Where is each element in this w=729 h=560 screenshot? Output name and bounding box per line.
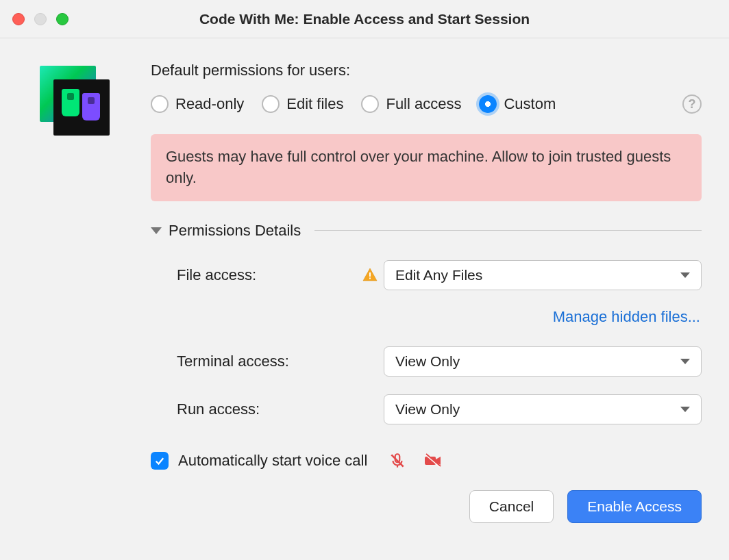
- run-access-select[interactable]: View Only: [384, 394, 702, 424]
- warning-icon: [362, 267, 384, 283]
- help-symbol: ?: [689, 97, 696, 112]
- code-with-me-icon: [40, 66, 108, 141]
- cancel-button-label: Cancel: [489, 498, 534, 515]
- details-title: Permissions Details: [169, 222, 301, 240]
- icon-column: [27, 62, 151, 523]
- run-access-label: Run access:: [177, 400, 362, 418]
- radio-icon: [151, 95, 169, 113]
- file-access-value: Edit Any Files: [395, 267, 482, 283]
- microphone-muted-icon[interactable]: [388, 452, 407, 470]
- chevron-down-icon: [680, 359, 690, 364]
- radio-icon: [361, 95, 379, 113]
- enable-access-button-label: Enable Access: [587, 498, 682, 515]
- disclosure-triangle-icon: [151, 227, 162, 234]
- enable-access-button[interactable]: Enable Access: [567, 490, 702, 523]
- chevron-down-icon: [680, 272, 690, 278]
- voice-call-label: Automatically start voice call: [178, 452, 367, 470]
- terminal-access-label: Terminal access:: [177, 353, 362, 370]
- radio-editfiles-label: Edit files: [286, 95, 343, 113]
- run-access-row: Run access: View Only: [151, 394, 702, 424]
- terminal-access-value: View Only: [395, 353, 460, 370]
- radio-icon: [262, 95, 280, 113]
- chevron-down-icon: [680, 407, 690, 412]
- close-window-button[interactable]: [12, 13, 25, 25]
- zoom-window-button[interactable]: [56, 13, 69, 25]
- terminal-access-row: Terminal access: View Only: [151, 346, 702, 377]
- radio-icon: [479, 95, 497, 113]
- radio-fullaccess-label: Full access: [386, 95, 461, 113]
- window-controls: [12, 13, 69, 25]
- main-column: Default permissions for users: Read-only…: [151, 62, 702, 523]
- voice-call-row: Automatically start voice call: [151, 452, 702, 470]
- radio-custom[interactable]: Custom: [479, 95, 556, 113]
- voice-call-checkbox[interactable]: [151, 452, 169, 470]
- details-header[interactable]: Permissions Details: [151, 222, 702, 240]
- run-access-value: View Only: [395, 401, 460, 418]
- minimize-window-button[interactable]: [34, 13, 47, 25]
- titlebar: Code With Me: Enable Access and Start Se…: [0, 0, 729, 38]
- terminal-access-select[interactable]: View Only: [384, 346, 702, 377]
- help-icon[interactable]: ?: [682, 94, 702, 114]
- permissions-heading: Default permissions for users:: [151, 62, 702, 79]
- dialog-buttons: Cancel Enable Access: [151, 490, 702, 523]
- file-access-row: File access: Edit Any Files: [151, 260, 702, 290]
- radio-readonly[interactable]: Read-only: [151, 95, 244, 113]
- radio-edit-files[interactable]: Edit files: [262, 95, 343, 113]
- warning-banner: Guests may have full control over your m…: [151, 134, 702, 201]
- svg-rect-1: [369, 277, 371, 279]
- manage-hidden-files-link[interactable]: Manage hidden files...: [553, 308, 700, 325]
- camera-off-icon[interactable]: [423, 452, 443, 470]
- radio-custom-label: Custom: [504, 95, 556, 113]
- svg-rect-0: [369, 272, 371, 277]
- radio-readonly-label: Read-only: [175, 95, 244, 113]
- file-access-label: File access:: [177, 266, 362, 284]
- radio-full-access[interactable]: Full access: [361, 95, 461, 113]
- manage-hidden-row: Manage hidden files...: [151, 308, 702, 326]
- warning-text: Guests may have full control over your m…: [166, 148, 671, 186]
- permission-radio-group: Read-only Edit files Full access Custom …: [151, 94, 702, 114]
- cancel-button[interactable]: Cancel: [469, 490, 554, 523]
- separator: [314, 230, 702, 231]
- window-title: Code With Me: Enable Access and Start Se…: [199, 11, 530, 27]
- dialog-content: Default permissions for users: Read-only…: [0, 38, 729, 544]
- file-access-select[interactable]: Edit Any Files: [384, 260, 702, 290]
